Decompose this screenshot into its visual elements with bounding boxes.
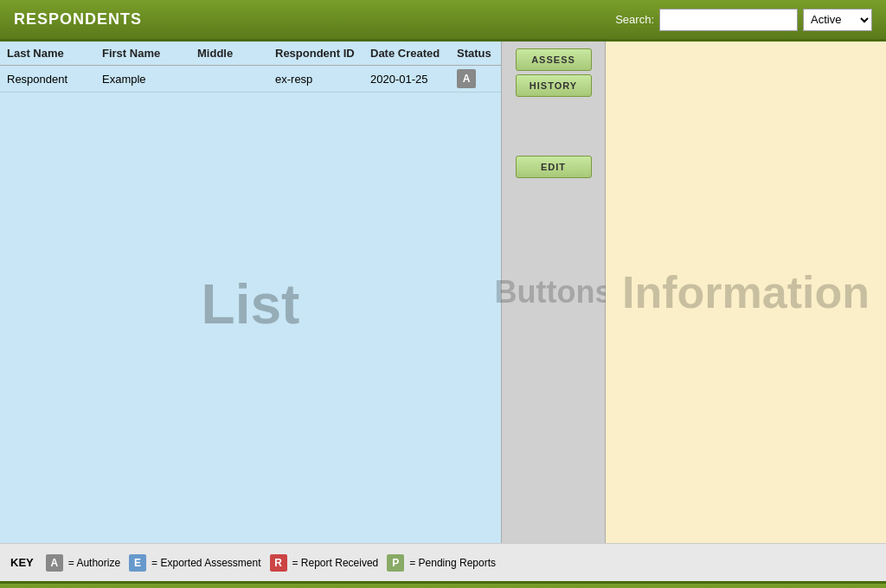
key-badge-a: A <box>46 554 63 572</box>
key-item-p: P = Pending Reports <box>387 554 496 572</box>
app-title: RESPONDENTS <box>14 10 615 29</box>
search-label: Search: <box>615 13 654 26</box>
key-desc-a: = Authorize <box>68 557 120 569</box>
key-desc-e: = Exported Assessment <box>151 557 260 569</box>
status-select[interactable]: Active Inactive All <box>803 9 872 31</box>
info-area: Information <box>606 42 886 543</box>
key-area: KEY A = Authorize E = Exported Assessmen… <box>0 543 886 581</box>
col-header-middle: Middle <box>197 47 275 60</box>
cell-status: A <box>457 69 500 88</box>
cell-firstname: Example <box>102 73 197 86</box>
key-desc-r: = Report Received <box>292 557 379 569</box>
col-header-datecreated: Date Created <box>370 47 457 60</box>
search-input[interactable] <box>659 9 798 31</box>
key-item-e: E = Exported Assessment <box>129 554 260 572</box>
header: RESPONDENTS Search: Active Inactive All <box>0 0 886 42</box>
list-watermark: List <box>202 272 300 336</box>
footer: EXIT <box>0 581 886 588</box>
buttons-watermark: Buttons <box>495 274 613 310</box>
cell-lastname: Respondent <box>7 73 102 86</box>
col-header-status: Status <box>457 47 500 60</box>
edit-button[interactable]: EDIT <box>516 156 592 178</box>
table-scroll[interactable]: Respondent Example ex-resp 2020-01-25 A … <box>0 66 501 543</box>
key-desc-p: = Pending Reports <box>409 557 496 569</box>
history-button[interactable]: HISTORY <box>516 74 592 97</box>
status-badge: A <box>457 69 476 88</box>
search-area: Search: Active Inactive All <box>615 9 872 31</box>
key-badge-p: P <box>387 554 404 572</box>
key-item-r: R = Report Received <box>270 554 379 572</box>
key-label: KEY <box>10 556 34 569</box>
cell-datecreated: 2020-01-25 <box>370 73 457 86</box>
table-row[interactable]: Respondent Example ex-resp 2020-01-25 A <box>0 66 501 93</box>
key-item-a: A = Authorize <box>46 554 120 572</box>
col-header-firstname: First Name <box>102 47 197 60</box>
assess-button[interactable]: ASSESS <box>516 48 592 71</box>
key-badge-e: E <box>129 554 146 572</box>
key-badge-r: R <box>270 554 287 572</box>
list-area: Last Name First Name Middle Respondent I… <box>0 42 502 543</box>
main-content: Last Name First Name Middle Respondent I… <box>0 42 886 543</box>
col-header-lastname: Last Name <box>7 47 102 60</box>
buttons-area: ASSESS HISTORY EDIT Buttons <box>502 42 606 543</box>
table-header: Last Name First Name Middle Respondent I… <box>0 42 501 66</box>
info-watermark: Information <box>622 266 870 318</box>
col-header-respid: Respondent ID <box>275 47 370 60</box>
cell-respid: ex-resp <box>275 73 370 86</box>
